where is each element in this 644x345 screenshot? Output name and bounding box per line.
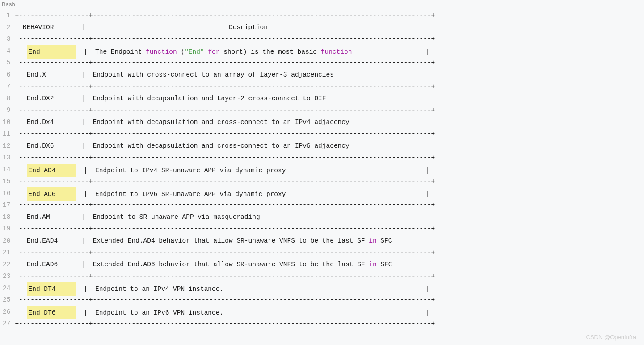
line-number: 10 <box>3 116 10 128</box>
line-number: 26 <box>3 306 10 318</box>
line-number: 22 <box>3 259 10 271</box>
line-number: 11 <box>3 128 10 140</box>
code-line: | End.AD6 | Endpoint to IPv6 SR-unaware … <box>15 187 644 200</box>
line-number-gutter: 1234567891011121314151617181920212223242… <box>0 9 15 330</box>
line-number: 18 <box>3 211 10 223</box>
code-line: |------------------+--------------------… <box>15 81 644 93</box>
line-number: 20 <box>3 235 10 247</box>
line-number: 5 <box>3 57 10 69</box>
code-line: | End.DX2 | Endpoint with decapsulation … <box>15 93 644 105</box>
line-number: 16 <box>3 187 10 200</box>
code-area: 1234567891011121314151617181920212223242… <box>0 9 644 330</box>
code-line: |------------------+--------------------… <box>15 104 644 116</box>
code-block: Bash 12345678910111213141516171819202122… <box>0 0 644 330</box>
code-line: |------------------+--------------------… <box>15 175 644 187</box>
line-number: 17 <box>3 199 10 211</box>
code-line: |------------------+--------------------… <box>15 223 644 235</box>
code-content: +------------------+--------------------… <box>15 9 644 330</box>
code-line: | End.X | Endpoint with cross-connect to… <box>15 69 644 81</box>
line-number: 8 <box>3 93 10 105</box>
code-line: +------------------+--------------------… <box>15 9 644 21</box>
line-number: 3 <box>3 33 10 45</box>
line-number: 27 <box>3 318 10 330</box>
line-number: 24 <box>3 282 10 294</box>
code-line: |------------------+--------------------… <box>15 199 644 211</box>
code-line: |------------------+--------------------… <box>15 128 644 140</box>
code-line: | End.EAD4 | Extended End.AD4 behavior t… <box>15 235 644 247</box>
code-line: | End | The Endpoint function ("End" for… <box>15 45 644 57</box>
line-number: 25 <box>3 294 10 306</box>
line-number: 19 <box>3 223 10 235</box>
line-number: 14 <box>3 164 10 176</box>
code-line: | End.DT6 | Endpoint to an IPv6 VPN inst… <box>15 306 644 318</box>
language-label: Bash <box>0 0 644 9</box>
line-number: 23 <box>3 270 10 282</box>
code-line: |------------------+--------------------… <box>15 270 644 282</box>
line-number: 7 <box>3 81 10 93</box>
code-line: |------------------+--------------------… <box>15 152 644 164</box>
code-line: +------------------+--------------------… <box>15 318 644 330</box>
line-number: 9 <box>3 104 10 116</box>
code-line: | End.DX6 | Endpoint with decapsulation … <box>15 140 644 152</box>
code-line: | BEHAVIOR | Desription | <box>15 21 644 34</box>
line-number: 1 <box>3 9 10 21</box>
code-line: | End.EAD6 | Extended End.AD6 behavior t… <box>15 259 644 271</box>
line-number: 13 <box>3 152 10 164</box>
line-number: 15 <box>3 175 10 187</box>
line-number: 12 <box>3 140 10 152</box>
code-line: |------------------+--------------------… <box>15 33 644 45</box>
code-line: |------------------+--------------------… <box>15 247 644 259</box>
line-number: 4 <box>3 45 10 57</box>
code-line: | End.DT4 | Endpoint to an IPv4 VPN inst… <box>15 282 644 294</box>
code-line: | End.Dx4 | Endpoint with decapsulation … <box>15 116 644 128</box>
line-number: 21 <box>3 247 10 259</box>
line-number: 6 <box>3 69 10 81</box>
code-line: |------------------+--------------------… <box>15 294 644 306</box>
code-line: | End.AM | Endpoint to SR-unaware APP vi… <box>15 211 644 223</box>
line-number: 2 <box>3 21 10 34</box>
code-line: | End.AD4 | Endpoint to IPv4 SR-unaware … <box>15 164 644 176</box>
code-line: |------------------+--------------------… <box>15 57 644 69</box>
